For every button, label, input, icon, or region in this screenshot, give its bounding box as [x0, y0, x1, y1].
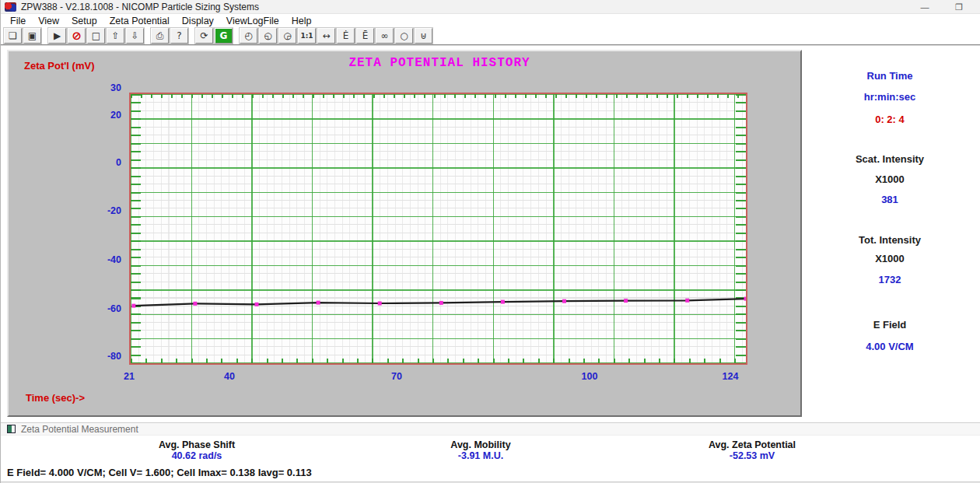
chart-panel: Zeta Pot'l (mV) ZETA POTENTIAL HISTORY T… — [7, 50, 802, 417]
timer2-icon: ◵ — [264, 30, 271, 41]
x-axis-title: Time (sec)-> — [26, 392, 85, 404]
scale-1-1-button[interactable]: 1:1 — [298, 28, 316, 44]
stop-button[interactable]: ⊘ — [68, 28, 86, 44]
width-icon: ↔ — [322, 30, 330, 41]
cell-button[interactable]: ⊎ — [415, 28, 432, 44]
open-button[interactable]: ❏ — [4, 28, 22, 44]
help-button[interactable]: ? — [170, 28, 188, 44]
timer1-icon: ◴ — [244, 30, 252, 41]
arrow-down-button[interactable]: ⇩ — [126, 28, 144, 44]
menu-item-file[interactable]: File — [4, 16, 32, 26]
measurement-window-title: Zeta Potential Measurement — [21, 424, 138, 435]
refresh-button[interactable]: ⟳ — [195, 28, 213, 44]
toolbar-separator — [233, 28, 239, 44]
menu-bar: FileViewSetupZeta PotentialDisplayViewLo… — [1, 14, 980, 27]
menu-item-zeta-potential[interactable]: Zeta Potential — [103, 16, 176, 26]
toolbar-separator — [145, 28, 150, 44]
data-point-marker — [744, 297, 747, 301]
toolbar: ❏▣▶⊘□⇧⇩⎙?⟳G◴◵◶1:1↔ĖĒ∞○⊎ — [1, 27, 980, 46]
data-point-marker — [378, 302, 382, 306]
print-icon: ⎙ — [156, 30, 164, 41]
cell-icon: ⊎ — [420, 30, 427, 41]
tot-intensity-value: 1732 — [812, 274, 968, 285]
restore-button[interactable]: ❐ — [952, 2, 966, 12]
timer3-icon: ◶ — [283, 30, 291, 41]
timer1-button[interactable]: ◴ — [240, 28, 257, 44]
plot-area — [129, 93, 747, 365]
run-time-value: 0: 2: 4 — [812, 114, 968, 125]
app-icon — [5, 2, 16, 12]
data-point-marker — [255, 303, 259, 306]
avg-mobility-metric: Avg. Mobility -3.91 M.U. — [364, 439, 597, 461]
data-point-marker — [193, 302, 197, 306]
app-window: ZPW388 - V2.18.1008 - NICOMP Particle Si… — [0, 0, 980, 483]
efield-up-icon: Ė — [343, 30, 349, 41]
measurement-window-titlebar[interactable]: Zeta Potential Measurement — [1, 422, 980, 436]
tot-intensity-title: Tot. Intensity — [812, 234, 968, 246]
avg-zeta-potential-value: -52.53 mV — [635, 450, 869, 461]
e-field-value: 4.00 V/CM — [812, 341, 968, 352]
run-time-units: hr:min:sec — [812, 91, 968, 103]
avg-mobility-value: -3.91 M.U. — [364, 450, 597, 461]
status-line: E Field= 4.000 V/CM; Cell V= 1.600; Cell… — [7, 467, 312, 478]
data-point-marker — [501, 300, 505, 304]
run-icon: ▶ — [54, 30, 61, 41]
x-tick-label: 21 — [114, 371, 145, 382]
window-title: ZPW388 - V2.18.1008 - NICOMP Particle Si… — [21, 2, 259, 12]
y-tick-label: 20 — [75, 110, 121, 121]
x-tick-label: 40 — [214, 371, 245, 382]
menu-item-viewlogfile[interactable]: ViewLogFile — [220, 16, 285, 26]
x-tick-label: 70 — [381, 371, 412, 382]
stop-icon: ⊘ — [72, 29, 82, 43]
drop-button[interactable]: ○ — [395, 28, 413, 44]
help-icon: ? — [177, 30, 181, 41]
e-field-title: E Field — [812, 319, 968, 331]
menu-item-help[interactable]: Help — [285, 16, 318, 26]
chart-title: ZETA POTENTIAL HISTORY — [284, 56, 595, 70]
save-button[interactable]: ▣ — [23, 28, 41, 44]
open-icon: ❏ — [9, 30, 17, 41]
menu-item-setup[interactable]: Setup — [65, 16, 103, 26]
arrow-up-icon: ⇧ — [111, 30, 119, 41]
goniometer-icon: G — [220, 30, 228, 41]
link-button[interactable]: ∞ — [376, 28, 394, 44]
plot-svg — [131, 94, 746, 363]
title-bar[interactable]: ZPW388 - V2.18.1008 - NICOMP Particle Si… — [1, 0, 980, 14]
goniometer-button[interactable]: G — [215, 28, 233, 44]
efield-bar-button[interactable]: Ē — [356, 28, 374, 44]
toolbar-separator — [42, 28, 47, 44]
minimize-button[interactable]: — — [918, 2, 932, 12]
square-button[interactable]: □ — [87, 28, 105, 44]
drop-icon: ○ — [400, 30, 408, 41]
avg-phase-shift-label: Avg. Phase Shift — [80, 439, 313, 450]
data-point-marker — [685, 299, 689, 303]
timer3-button[interactable]: ◶ — [278, 28, 296, 44]
efield-up-button[interactable]: Ė — [337, 28, 355, 44]
run-button[interactable]: ▶ — [48, 28, 66, 44]
menu-item-display[interactable]: Display — [176, 16, 220, 26]
arrow-up-button[interactable]: ⇧ — [107, 28, 124, 44]
run-time-title: Run Time — [812, 70, 968, 82]
data-point-marker — [624, 299, 628, 303]
scale-1-1-icon: 1:1 — [300, 32, 313, 40]
arrow-down-icon: ⇩ — [131, 30, 138, 41]
refresh-icon: ⟳ — [200, 30, 208, 41]
timer2-button[interactable]: ◵ — [259, 28, 277, 44]
avg-phase-shift-metric: Avg. Phase Shift 40.62 rad/s — [80, 439, 313, 461]
y-tick-label: 0 — [75, 157, 121, 168]
scat-intensity-title: Scat. Intensity — [812, 153, 968, 165]
y-axis-title: Zeta Pot'l (mV) — [24, 60, 95, 72]
data-point-marker — [131, 304, 135, 308]
print-button[interactable]: ⎙ — [151, 28, 169, 44]
menu-item-view[interactable]: View — [32, 16, 65, 26]
width-button[interactable]: ↔ — [317, 28, 335, 44]
data-point-marker — [562, 299, 566, 303]
avg-mobility-label: Avg. Mobility — [364, 439, 597, 450]
y-tick-label: -40 — [75, 254, 121, 265]
measurement-window-icon — [7, 425, 16, 433]
data-point-marker — [439, 301, 443, 305]
avg-zeta-potential-metric: Avg. Zeta Potential -52.53 mV — [635, 439, 869, 461]
data-point-marker — [317, 301, 320, 305]
efield-bar-icon: Ē — [362, 30, 369, 41]
scat-intensity-value: 381 — [812, 194, 968, 205]
